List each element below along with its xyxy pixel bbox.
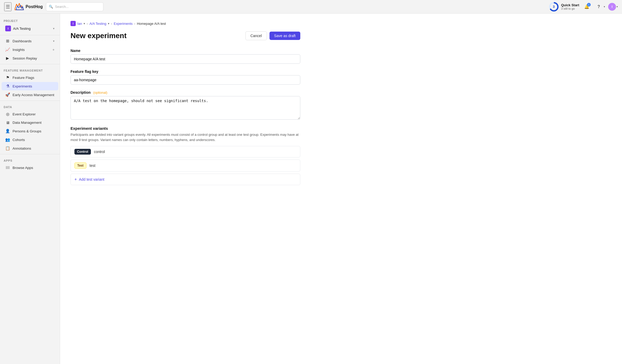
notifications-button[interactable]: 🔔 1: [582, 2, 591, 11]
main-layout: PROJECT I A/A Testing ▾ ⊞ Dashboards ▾ 📈…: [0, 14, 622, 364]
project-selector[interactable]: I A/A Testing ▾: [2, 24, 58, 33]
project-section-label: PROJECT: [0, 17, 60, 23]
description-textarea[interactable]: A/A test on the homepage, should not see…: [71, 96, 300, 120]
test-variant-name: test: [90, 163, 296, 168]
page-title: New experiment: [71, 32, 127, 40]
persons-icon: 👤: [5, 129, 10, 133]
annotations-icon: 📋: [5, 146, 10, 151]
event-explorer-icon: ◎: [5, 112, 10, 116]
sidebar-item-annotations[interactable]: 📋 Annotations: [2, 144, 58, 152]
sidebar-item-label-early-access: Early Access Management: [13, 93, 55, 97]
main-content: I Ian ▾ › A/A Testing ▾ › Experiments › …: [60, 14, 622, 364]
user-avatar[interactable]: I: [608, 3, 616, 11]
search-box[interactable]: 🔍 Search...: [46, 2, 103, 11]
data-section-label: DATA: [0, 102, 60, 110]
name-label: Name: [71, 49, 300, 53]
quickstart-text: Quick Start 3 still to go: [561, 3, 579, 10]
topbar: ☰ PostHog 🔍 Search... 3 Quick Start 3 st…: [0, 0, 622, 14]
breadcrumb-chevron-1: ▾: [84, 22, 85, 25]
sidebar-item-persons-groups[interactable]: 👤 Persons & Groups: [2, 127, 58, 135]
browse-apps-icon: ⁞⁞⁞: [5, 165, 10, 170]
project-avatar: I: [5, 26, 11, 31]
sidebar-divider-3: [0, 101, 60, 101]
content-inner: I Ian ▾ › A/A Testing ▾ › Experiments › …: [60, 14, 311, 192]
breadcrumb-avatar: I: [71, 21, 76, 26]
project-name: A/A Testing: [13, 27, 51, 31]
variants-desc: Participants are divided into variant gr…: [71, 132, 300, 142]
quickstart-progress-ring: 3: [549, 2, 559, 11]
sidebar-item-browse-apps[interactable]: ⁞⁞⁞ Browse Apps: [2, 163, 58, 172]
sidebar-item-insights[interactable]: 📈 Insights +: [2, 45, 58, 54]
breadcrumb-sep-1: ›: [87, 22, 88, 26]
quickstart-button[interactable]: 3 Quick Start 3 still to go: [549, 2, 579, 11]
sidebar-item-label-feature-flags: Feature Flags: [13, 76, 55, 80]
sidebar-item-data-management[interactable]: 🖥 Data Management: [2, 119, 58, 127]
project-chevron-icon: ▾: [53, 27, 55, 30]
sidebar-item-label-event-explorer: Event Explorer: [13, 112, 55, 116]
quickstart-title: Quick Start: [561, 3, 579, 7]
sidebar-item-event-explorer[interactable]: ◎ Event Explorer: [2, 110, 58, 118]
insights-plus-icon[interactable]: +: [52, 48, 55, 52]
form-name-group: Name: [71, 49, 300, 64]
search-icon: 🔍: [49, 5, 53, 9]
sidebar-item-label: Dashboards: [13, 39, 50, 43]
user-menu-dropdown[interactable]: I ▾: [608, 3, 618, 11]
sidebar-item-label-insights: Insights: [13, 48, 50, 52]
quickstart-number: 3: [550, 3, 557, 10]
session-replay-icon: ▶: [5, 56, 10, 61]
variants-section: Experiment variants Participants are div…: [71, 126, 300, 185]
early-access-icon: 🚀: [5, 92, 10, 97]
breadcrumb-aa-testing[interactable]: A/A Testing: [89, 22, 106, 26]
control-badge: Control: [74, 149, 91, 155]
breadcrumb-ian[interactable]: Ian: [77, 22, 82, 26]
feature-flags-icon: ⚑: [5, 75, 10, 80]
dashboards-icon: ⊞: [5, 39, 10, 43]
logo-text: PostHog: [26, 4, 43, 9]
sidebar-item-cohorts[interactable]: 👥 Cohorts: [2, 136, 58, 144]
dashboards-chevron-icon: ▾: [53, 39, 55, 43]
sidebar-item-experiments[interactable]: ⚗ Experiments: [2, 82, 58, 90]
description-label: Description (optional): [71, 90, 300, 95]
user-chevron-icon: ▾: [617, 5, 618, 8]
sidebar-item-feature-flags[interactable]: ⚑ Feature Flags: [2, 73, 58, 82]
sidebar-item-session-replay[interactable]: ▶ Session Replay: [2, 54, 58, 62]
name-input[interactable]: [71, 54, 300, 64]
sidebar-item-dashboards[interactable]: ⊞ Dashboards ▾: [2, 37, 58, 45]
sidebar-item-label-persons: Persons & Groups: [13, 129, 55, 133]
add-variant-plus-icon: +: [74, 177, 77, 182]
variants-title: Experiment variants: [71, 126, 300, 131]
breadcrumb-chevron-2: ▾: [108, 22, 109, 25]
app-root: ☰ PostHog 🔍 Search... 3 Quick Start 3 st…: [0, 0, 622, 364]
breadcrumb-sep-2: ›: [111, 22, 112, 26]
form-flag-key-group: Feature flag key: [71, 69, 300, 85]
breadcrumb-sep-3: ›: [134, 22, 135, 26]
sidebar-item-label-experiments: Experiments: [13, 84, 55, 88]
sidebar-item-early-access[interactable]: 🚀 Early Access Management: [2, 91, 58, 99]
page-header: New experiment Cancel Save as draft: [71, 31, 300, 40]
search-placeholder: Search...: [55, 5, 69, 9]
apps-section-label: APPS: [0, 156, 60, 163]
breadcrumb: I Ian ▾ › A/A Testing ▾ › Experiments › …: [71, 21, 300, 26]
add-variant-label: Add test variant: [79, 177, 104, 181]
sidebar: PROJECT I A/A Testing ▾ ⊞ Dashboards ▾ 📈…: [0, 14, 60, 364]
menu-toggle-button[interactable]: ☰: [4, 2, 11, 11]
feature-mgmt-section-label: FEATURE MANAGEMENT: [0, 66, 60, 73]
header-actions: Cancel Save as draft: [245, 31, 300, 40]
sidebar-item-label-browse-apps: Browse Apps: [13, 166, 55, 170]
notification-badge: 1: [587, 3, 591, 7]
sidebar-item-label-cohorts: Cohorts: [13, 138, 55, 142]
help-dropdown[interactable]: ? ▾: [594, 2, 605, 11]
cancel-button[interactable]: Cancel: [245, 31, 267, 40]
help-button[interactable]: ?: [594, 2, 603, 11]
sidebar-divider-1: [0, 35, 60, 35]
sidebar-divider-2: [0, 64, 60, 64]
data-management-icon: 🖥: [5, 120, 10, 125]
add-variant-row[interactable]: + Add test variant: [71, 174, 300, 185]
experiments-icon: ⚗: [5, 84, 10, 89]
save-draft-button[interactable]: Save as draft: [269, 32, 301, 40]
sidebar-item-label-data-management: Data Management: [13, 121, 55, 125]
sidebar-divider-4: [0, 154, 60, 154]
flag-key-input[interactable]: [71, 75, 300, 85]
cohorts-icon: 👥: [5, 137, 10, 142]
breadcrumb-experiments[interactable]: Experiments: [114, 22, 133, 26]
